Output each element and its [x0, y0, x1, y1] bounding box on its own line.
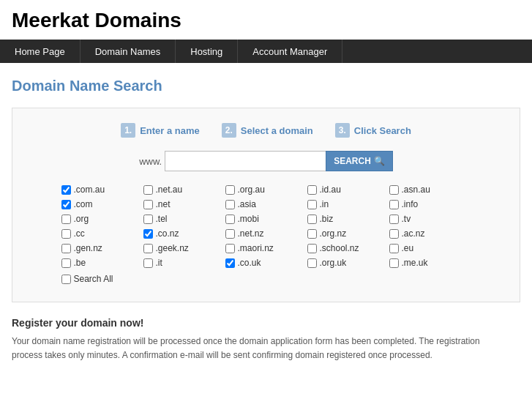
checkbox-label-28[interactable]: .org.uk — [307, 258, 389, 268]
checkbox-label-15[interactable]: .cc — [61, 228, 143, 239]
checkbox-label-12[interactable]: .mobi — [225, 214, 307, 224]
search-all-checkbox-label[interactable]: Search All — [61, 274, 471, 284]
checkbox-label-9[interactable]: .info — [389, 199, 471, 209]
checkbox-label-14[interactable]: .tv — [389, 214, 471, 224]
checkbox-.asia[interactable] — [225, 200, 235, 209]
checkbox-.info[interactable] — [389, 200, 399, 209]
steps-row: 1. Enter a name 2. Select a domain 3. Cl… — [34, 123, 498, 138]
checkbox-.gen.nz[interactable] — [61, 244, 71, 253]
checkbox-label-2[interactable]: .org.au — [225, 184, 307, 195]
step-2-number: 2. — [222, 123, 236, 138]
search-button[interactable]: SEARCH 🔍 — [326, 151, 393, 171]
checkbox-.net.nz[interactable] — [225, 229, 235, 239]
checkbox-label-27[interactable]: .co.uk — [225, 258, 307, 268]
checkbox-.co.nz[interactable] — [143, 229, 153, 239]
checkbox-.net[interactable] — [143, 200, 153, 209]
checkbox-label-19[interactable]: .ac.nz — [389, 228, 471, 239]
checkbox-.com.au[interactable] — [61, 185, 71, 195]
checkbox-label-23[interactable]: .school.nz — [307, 243, 389, 253]
register-text: Your domain name registration will be pr… — [12, 335, 509, 362]
www-label: www. — [139, 156, 162, 167]
checkbox-label-17[interactable]: .net.nz — [225, 228, 307, 239]
checkbox-label-24[interactable]: .eu — [389, 243, 471, 253]
register-heading: Register your domain now! — [12, 317, 520, 329]
checkbox-label-26[interactable]: .it — [143, 258, 225, 268]
checkbox-label-1[interactable]: .net.au — [143, 184, 225, 195]
checkbox-.tv[interactable] — [389, 215, 399, 224]
checkbox-ext-label-28: .org.uk — [320, 258, 347, 268]
checkbox-.com[interactable] — [61, 200, 71, 209]
checkbox-.tel[interactable] — [143, 215, 153, 224]
search-all-checkbox[interactable] — [61, 275, 71, 284]
checkbox-label-22[interactable]: .maori.nz — [225, 243, 307, 253]
checkbox-label-6[interactable]: .net — [143, 199, 225, 209]
checkbox-ext-label-18: .org.nz — [320, 228, 347, 239]
domain-input[interactable] — [165, 151, 326, 171]
step-3: 3. Click Search — [335, 123, 411, 138]
nav-home[interactable]: Home Page — [0, 40, 80, 63]
checkbox-label-3[interactable]: .id.au — [307, 184, 389, 195]
checkbox-label-21[interactable]: .geek.nz — [143, 243, 225, 253]
checkbox-.it[interactable] — [143, 258, 153, 268]
checkbox-.org[interactable] — [61, 215, 71, 224]
step-1-number: 1. — [121, 123, 135, 138]
nav-bar: Home Page Domain Names Hosting Account M… — [0, 40, 532, 63]
checkbox-.eu[interactable] — [389, 244, 399, 253]
checkbox-ext-label-29: .me.uk — [402, 258, 428, 268]
checkbox-ext-label-19: .ac.nz — [402, 228, 425, 239]
search-row: www. SEARCH 🔍 — [34, 151, 498, 171]
checkbox-ext-label-11: .tel — [156, 214, 168, 224]
checkbox-ext-label-13: .biz — [320, 214, 334, 224]
checkbox-ext-label-3: .id.au — [320, 184, 341, 195]
checkbox-.cc[interactable] — [61, 229, 71, 239]
checkbox-.mobi[interactable] — [225, 215, 235, 224]
checkbox-.maori.nz[interactable] — [225, 244, 235, 253]
step-2: 2. Select a domain — [222, 123, 313, 138]
checkbox-label-29[interactable]: .me.uk — [389, 258, 471, 268]
nav-domain-names[interactable]: Domain Names — [80, 40, 176, 63]
checkbox-.org.uk[interactable] — [307, 258, 317, 268]
checkbox-.asn.au[interactable] — [389, 185, 399, 195]
checkbox-label-10[interactable]: .org — [61, 214, 143, 224]
checkbox-.be[interactable] — [61, 258, 71, 268]
step-1: 1. Enter a name — [121, 123, 200, 138]
nav-hosting[interactable]: Hosting — [176, 40, 238, 63]
checkbox-.in[interactable] — [307, 200, 317, 209]
checkbox-.org.au[interactable] — [225, 185, 235, 195]
checkbox-ext-label-15: .cc — [74, 228, 85, 239]
checkbox-label-11[interactable]: .tel — [143, 214, 225, 224]
checkbox-.me.uk[interactable] — [389, 258, 399, 268]
checkbox-ext-label-9: .info — [402, 199, 419, 209]
checkbox-ext-label-12: .mobi — [238, 214, 259, 224]
checkbox-label-8[interactable]: .in — [307, 199, 389, 209]
site-title: Meerkat Domains — [0, 0, 532, 40]
checkbox-label-4[interactable]: .asn.au — [389, 184, 471, 195]
checkbox-label-25[interactable]: .be — [61, 258, 143, 268]
step-1-label: Enter a name — [140, 125, 200, 136]
checkbox-.school.nz[interactable] — [307, 244, 317, 253]
checkbox-.net.au[interactable] — [143, 185, 153, 195]
checkbox-ext-label-8: .in — [320, 199, 329, 209]
checkbox-ext-label-5: .com — [74, 199, 93, 209]
checkbox-.biz[interactable] — [307, 215, 317, 224]
checkbox-label-0[interactable]: .com.au — [61, 184, 143, 195]
checkbox-ext-label-14: .tv — [402, 214, 411, 224]
checkbox-label-18[interactable]: .org.nz — [307, 228, 389, 239]
search-all-row: Search All — [61, 274, 471, 284]
checkbox-ext-label-20: .gen.nz — [74, 243, 102, 253]
checkbox-.id.au[interactable] — [307, 185, 317, 195]
checkbox-label-16[interactable]: .co.nz — [143, 228, 225, 239]
checkbox-.org.nz[interactable] — [307, 229, 317, 239]
checkbox-label-20[interactable]: .gen.nz — [61, 243, 143, 253]
checkbox-.ac.nz[interactable] — [389, 229, 399, 239]
step-3-label: Click Search — [354, 125, 411, 136]
search-all-label: Search All — [74, 274, 113, 284]
checkbox-.co.uk[interactable] — [225, 258, 235, 268]
nav-account-manager[interactable]: Account Manager — [238, 40, 342, 63]
step-2-label: Select a domain — [241, 125, 313, 136]
checkbox-.geek.nz[interactable] — [143, 244, 153, 253]
checkbox-label-5[interactable]: .com — [61, 199, 143, 209]
checkbox-label-13[interactable]: .biz — [307, 214, 389, 224]
checkbox-label-7[interactable]: .asia — [225, 199, 307, 209]
checkbox-ext-label-6: .net — [156, 199, 171, 209]
